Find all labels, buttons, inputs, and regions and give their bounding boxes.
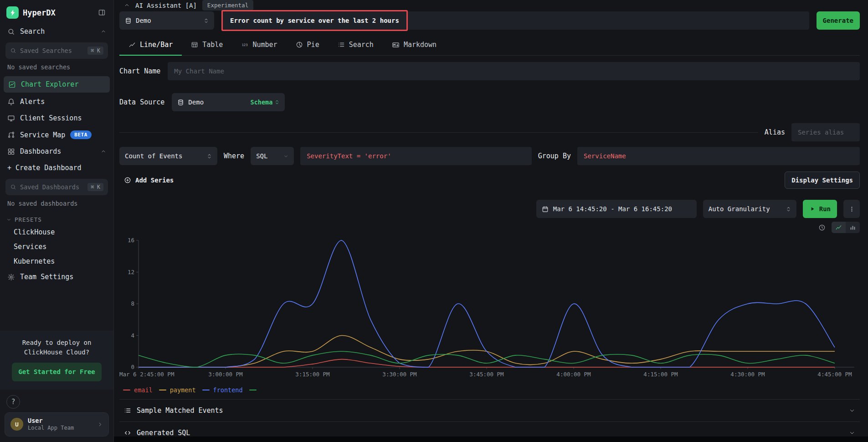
group-by-input[interactable] (577, 147, 860, 165)
tab-search[interactable]: Search (329, 35, 383, 56)
sidebar-item-alerts[interactable]: Alerts (0, 94, 113, 110)
sidebar-item-client-sessions[interactable]: Client Sessions (0, 110, 113, 126)
play-icon (809, 206, 816, 212)
legend-swatch (123, 390, 130, 390)
ai-source-value: Demo (136, 17, 151, 24)
language-value: SQL (256, 152, 267, 160)
sidebar-item-create-dashboard-label: + Create Dashboard (7, 164, 82, 172)
legend-item-frontend[interactable]: frontend (202, 386, 243, 394)
saved-searches-placeholder: Saved Searches (20, 47, 72, 54)
aggregation-value: Count of Events (125, 152, 182, 160)
svg-text:3:30:00 PM: 3:30:00 PM (382, 371, 416, 378)
granularity-select[interactable]: Auto Granularity (703, 200, 796, 218)
beta-badge: BETA (70, 130, 92, 139)
presets-header-label: PRESETS (15, 216, 42, 223)
run-button[interactable]: Run (803, 200, 837, 218)
divider (119, 132, 758, 133)
sidebar-item-team-settings-label: Team Settings (20, 273, 73, 281)
saved-dashboards-placeholder: Saved Dashboards (20, 183, 79, 191)
line-chart-svg[interactable]: 0481216Mar 6 2:45:00 PM3:00:00 PM3:15:00… (119, 234, 860, 385)
sidebar-item-service-map[interactable]: Service Map BETA (0, 126, 113, 143)
sidebar-item-preset-kubernetes[interactable]: Kubernetes (0, 254, 113, 269)
get-started-button[interactable]: Get Started for Free (12, 363, 102, 381)
ai-source-select[interactable]: Demo (119, 11, 214, 30)
add-series-button[interactable]: Add Series (119, 174, 178, 187)
sidebar-section-dashboards-label: Dashboards (20, 147, 61, 156)
alias-row: Alias (119, 123, 860, 141)
calendar-icon (542, 206, 549, 213)
user-name: User (28, 417, 74, 425)
date-range-picker[interactable]: Mar 6 14:45:20 - Mar 6 16:45:20 (536, 200, 697, 218)
sidebar-item-preset-clickhouse[interactable]: ClickHouse (0, 225, 113, 239)
chart-legend: emailpaymentfrontend (119, 386, 860, 394)
sidebar-item-create-dashboard[interactable]: + Create Dashboard (0, 160, 113, 176)
bar-chart-icon (849, 224, 856, 231)
legend-label: email (134, 386, 153, 394)
saved-searches-kbd: ⌘ K (87, 47, 103, 55)
sidebar-section-search[interactable]: Search (0, 23, 113, 40)
tab-markdown[interactable]: Markdown (383, 35, 446, 56)
code-icon (124, 429, 131, 437)
time-format-toggle-button[interactable] (817, 223, 827, 233)
promo-text: Ready to deploy on ClickHouse Cloud? (8, 338, 105, 357)
language-select[interactable]: SQL (251, 147, 294, 165)
sidebar-item-client-sessions-label: Client Sessions (20, 114, 82, 122)
svg-text:0: 0 (131, 364, 134, 370)
horizontal-scrollbar-track[interactable] (114, 437, 868, 442)
app-title: HyperDX (23, 8, 56, 17)
svg-text:4:30:00 PM: 4:30:00 PM (730, 371, 765, 378)
line-mode-button[interactable] (832, 222, 846, 233)
sample-matched-events-section[interactable]: Sample Matched Events (119, 399, 860, 421)
tab-line-bar[interactable]: Line/Bar (119, 35, 182, 56)
legend-item[interactable] (249, 390, 257, 390)
generate-button[interactable]: Generate (817, 11, 860, 30)
chevron-down-icon (849, 407, 855, 414)
generated-sql-label: Generated SQL (137, 429, 190, 437)
tab-markdown-label: Markdown (404, 41, 437, 49)
tab-pie[interactable]: Pie (287, 35, 329, 56)
alias-input[interactable] (791, 123, 860, 141)
collapse-chevron-up-icon[interactable] (124, 2, 130, 8)
legend-label: frontend (213, 386, 243, 394)
chart-area: 0481216Mar 6 2:45:00 PM3:00:00 PM3:15:00… (119, 234, 860, 399)
tab-table[interactable]: Table (182, 35, 232, 56)
tab-number[interactable]: 123 Number (232, 35, 286, 56)
user-menu[interactable]: U User Local App Team (5, 412, 109, 437)
svg-text:8: 8 (131, 300, 134, 307)
schema-link[interactable]: Schema (251, 99, 280, 106)
sidebar-item-preset-services[interactable]: Services (0, 239, 113, 254)
legend-item-payment[interactable]: payment (159, 386, 196, 394)
search-icon (10, 47, 16, 54)
display-settings-button[interactable]: Display Settings (785, 172, 860, 189)
sidebar-section-dashboards[interactable]: Dashboards (0, 143, 113, 160)
help-button[interactable]: ? (6, 395, 20, 409)
series-row: Count of Events Where SQL Group By (119, 147, 860, 165)
aggregation-select[interactable]: Count of Events (119, 147, 217, 165)
legend-item-email[interactable]: email (123, 386, 153, 394)
database-icon (177, 99, 184, 106)
overflow-menu-button[interactable] (843, 200, 860, 218)
where-input[interactable] (300, 147, 532, 165)
hyperdx-logo[interactable]: HyperDX (6, 6, 56, 19)
sidebar-item-chart-explorer[interactable]: Chart Explorer (4, 76, 110, 93)
select-caret-icon (204, 17, 209, 24)
data-source-label: Data Source (119, 98, 164, 106)
saved-dashboards-input[interactable]: Saved Dashboards ⌘ K (5, 179, 108, 195)
svg-text:16: 16 (128, 237, 134, 244)
number-icon: 123 (241, 41, 248, 48)
ai-prompt-row: Demo Error count by service over the las… (119, 11, 860, 30)
presets-header[interactable]: PRESETS (0, 212, 113, 225)
bar-mode-button[interactable] (846, 222, 860, 233)
data-source-select[interactable]: Demo Schema (172, 93, 285, 111)
chart-name-input[interactable] (168, 62, 860, 80)
granularity-value: Auto Granularity (709, 205, 770, 213)
legend-swatch (249, 390, 257, 390)
line-chart-icon (128, 41, 136, 48)
chevron-down-icon (283, 154, 288, 159)
sidebar-collapse-icon[interactable] (97, 7, 107, 18)
saved-searches-input[interactable]: Saved Searches ⌘ K (5, 42, 108, 59)
chevron-right-icon (97, 421, 103, 427)
main-content: AI Assistant [A] Experimental Demo Error… (114, 0, 868, 442)
ai-prompt-input[interactable]: Error count by service over the last 2 h… (221, 11, 809, 30)
sidebar-item-team-settings[interactable]: Team Settings (0, 269, 113, 285)
